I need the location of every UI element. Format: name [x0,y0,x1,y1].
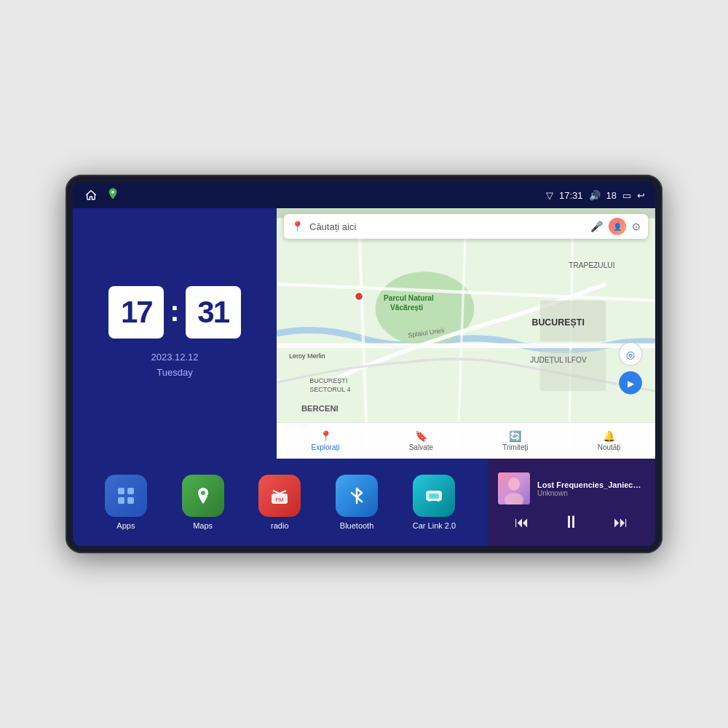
app-icon-carlink[interactable]: Car Link 2.0 [413,475,456,530]
svg-text:JUDEȚUL ILFOV: JUDEȚUL ILFOV [530,356,587,364]
svg-point-30 [201,491,205,495]
svg-text:TRAPEZULUI: TRAPEZULUI [569,261,614,269]
apps-icon [105,475,147,517]
music-title: Lost Frequencies_Janieck Devy-... [537,480,645,489]
apps-row: Apps Maps [73,459,488,546]
map-tab-news[interactable]: 🔔 Noutăți [598,430,621,451]
svg-rect-27 [127,488,134,494]
clock-colon: : [170,295,179,328]
explore-icon: 📍 [320,430,332,442]
music-thumbnail [498,472,530,505]
carlink-icon [413,475,455,517]
app-icon-maps[interactable]: Maps [182,475,224,530]
clock-minute: 31 [186,286,241,339]
news-icon: 🔔 [603,430,615,442]
maps-label: Maps [193,521,213,530]
map-search-bar[interactable]: 📍 Căutați aici 🎤 👤 ⊙ [284,214,648,239]
main-content: 17 : 31 2023.12.12 Tuesday [73,208,655,546]
app-icon-apps[interactable]: Apps [105,475,147,530]
explore-label: Explorați [312,443,340,451]
music-details: Lost Frequencies_Janieck Devy-... Unknow… [537,480,645,497]
prev-button[interactable]: ⏮ [515,514,529,531]
svg-rect-29 [127,497,134,504]
map-tab-send[interactable]: 🔄 Trimiteți [502,430,528,451]
app-icon-bluetooth[interactable]: Bluetooth [336,475,378,530]
send-label: Trimiteți [502,443,528,451]
bottom-section: Apps Maps [73,459,655,546]
music-controls: ⏮ ⏸ ⏭ [498,512,645,532]
battery-icon: ▭ [622,190,631,201]
saved-label: Salvate [409,443,433,451]
bluetooth-icon [336,475,378,517]
maps-pin-small: 📍 [291,221,304,232]
music-artist: Unknown [537,489,645,497]
svg-text:BUCUREȘTI: BUCUREȘTI [531,317,584,328]
svg-text:Văcărești: Văcărești [390,304,423,312]
map-panel[interactable]: BUCUREȘTI JUDEȚUL ILFOV TRAPEZULUI BERCE… [277,208,655,459]
app-icon-radio[interactable]: FM radio [258,475,301,530]
svg-text:SECTORUL 4: SECTORUL 4 [309,386,350,393]
map-tab-saved[interactable]: 🔖 Salvate [409,430,433,451]
send-icon: 🔄 [509,430,521,442]
apps-label: Apps [116,521,135,530]
device-screen: ▽ 17:31 🔊 18 ▭ ↩ 17 : 31 2023 [73,182,655,546]
music-info: Lost Frequencies_Janieck Devy-... Unknow… [498,472,645,505]
status-bar: ▽ 17:31 🔊 18 ▭ ↩ [73,182,655,208]
clock-date: 2023.12.12 Tuesday [151,350,198,381]
radio-icon: FM [258,475,301,517]
svg-point-38 [508,478,520,491]
carlink-label: Car Link 2.0 [413,521,456,530]
svg-rect-26 [118,488,124,494]
play-pause-button[interactable]: ⏸ [563,512,580,532]
svg-rect-34 [429,494,439,499]
volume-icon: 🔊 [589,190,601,201]
svg-text:Leroy Merlin: Leroy Merlin [289,352,325,360]
back-icon[interactable]: ↩ [637,190,645,201]
svg-point-20 [355,292,363,300]
clock-hour: 17 [108,286,164,339]
home-icon[interactable] [83,189,99,202]
volume-level: 18 [606,190,617,201]
status-right: ▽ 17:31 🔊 18 ▭ ↩ [546,190,645,201]
svg-text:BUCUREȘTI: BUCUREȘTI [309,377,347,384]
time-display: 17:31 [559,190,583,201]
car-display-device: ▽ 17:31 🔊 18 ▭ ↩ 17 : 31 2023 [66,175,662,553]
svg-rect-28 [118,497,124,504]
svg-point-35 [428,499,431,502]
search-text[interactable]: Căutați aici [309,221,585,232]
svg-text:Parcul Natural: Parcul Natural [384,294,434,302]
svg-text:FM: FM [276,496,285,503]
map-tab-explore[interactable]: 📍 Explorați [312,430,340,451]
next-button[interactable]: ⏭ [614,514,628,531]
maps-status-icon[interactable] [106,187,119,203]
top-section: 17 : 31 2023.12.12 Tuesday [73,208,655,459]
user-avatar[interactable]: 👤 [609,218,626,235]
map-menu-icon[interactable]: ⊙ [632,221,641,232]
bluetooth-label: Bluetooth [340,521,373,530]
status-left [83,187,119,203]
svg-text:BERCENI: BERCENI [301,404,339,413]
map-bottom-bar: 📍 Explorați 🔖 Salvate 🔄 Trimiteți � [277,422,655,459]
svg-point-0 [111,191,114,194]
music-player: Lost Frequencies_Janieck Devy-... Unknow… [488,459,655,546]
svg-point-36 [437,499,440,502]
signal-icon: ▽ [546,190,553,201]
saved-icon: 🔖 [415,430,427,442]
maps-icon [182,475,224,517]
radio-label: radio [271,521,288,530]
svg-text:▶: ▶ [628,379,635,389]
svg-text:◎: ◎ [626,349,635,360]
clock-display: 17 : 31 [108,286,240,339]
mic-icon[interactable]: 🎤 [590,221,603,232]
news-label: Noutăți [598,443,621,451]
clock-panel: 17 : 31 2023.12.12 Tuesday [73,208,277,459]
